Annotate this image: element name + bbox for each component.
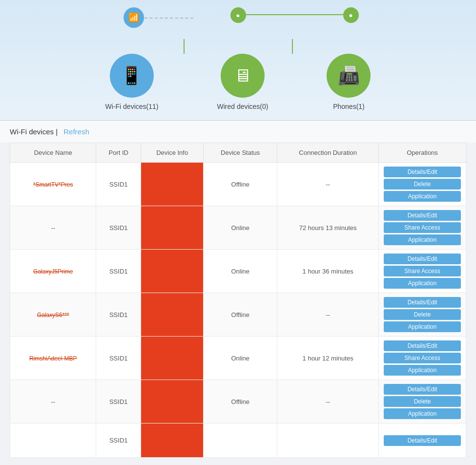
device-name-cell: GalaxyJ5Prime [10, 250, 96, 293]
application-button[interactable]: Application [384, 191, 461, 202]
device-status-cell: Online [204, 206, 277, 250]
device-status-cell: Online [204, 337, 277, 380]
port-id-cell: SSID1 [96, 250, 141, 293]
wired-label: Wired devices(0) [217, 103, 268, 110]
vline-wired [184, 39, 185, 54]
device-name-cell: *SmartTV*Pres [10, 163, 96, 206]
port-id-cell: SSID1 [96, 206, 141, 250]
section-title: Wi-Fi devices [10, 127, 54, 136]
wifi-devices-section-header: Wi-Fi devices | Refresh [0, 121, 476, 143]
device-name-redacted: GalaxyS6*** [37, 312, 69, 318]
connection-duration-cell: -- [277, 293, 379, 337]
device-status-cell [204, 423, 277, 458]
pipe-separator: | [56, 127, 58, 136]
device-info-cell [141, 423, 204, 458]
table-row: GalaxyS6***SSID1 Offline--Details/EditDe… [10, 293, 466, 337]
col-port-id: Port ID [96, 143, 141, 163]
application-button[interactable]: Application [384, 321, 461, 332]
port-id-cell: SSID1 [96, 423, 141, 458]
device-status-cell: Online [204, 250, 277, 293]
col-device-name: Device Name [10, 143, 96, 163]
device-name-cell [10, 423, 96, 458]
wifi-devices-table: Device Name Port ID Device Info Device S… [10, 143, 466, 458]
application-button[interactable]: Application [384, 278, 461, 289]
port-id-cell: SSID1 [96, 380, 141, 423]
delete-button[interactable]: Delete [384, 179, 461, 190]
device-name-cell: -- [10, 206, 96, 250]
device-info-cell [141, 250, 204, 293]
refresh-link[interactable]: Refresh [63, 127, 89, 136]
phones-node-circle: 📠 [327, 54, 371, 98]
device-status-cell: Offline [204, 380, 277, 423]
table-row: --SSID1 Offline--Details/EditDeleteAppli… [10, 380, 466, 423]
device-status-cell: Offline [204, 163, 277, 206]
wifi-top-small-icon: 📶 [124, 7, 144, 28]
table-row: SSID1 Details/Edit [10, 423, 466, 458]
device-info-cell [141, 206, 204, 250]
details-edit-button[interactable]: Details/Edit [384, 167, 461, 177]
connection-duration-cell: -- [277, 380, 379, 423]
port-id-cell: SSID1 [96, 337, 141, 380]
application-button[interactable]: Application [384, 365, 461, 376]
details-edit-button[interactable]: Details/Edit [384, 384, 461, 395]
table-header-row: Device Name Port ID Device Info Device S… [10, 143, 466, 163]
details-edit-button[interactable]: Details/Edit [384, 210, 461, 221]
col-device-info: Device Info [141, 143, 204, 163]
actions-cell: Details/EditShare AccessApplication [379, 206, 466, 250]
wifi-node: 📱 Wi-Fi devices(11) [105, 54, 159, 110]
details-edit-button[interactable]: Details/Edit [384, 254, 461, 264]
share-access-button[interactable]: Share Access [384, 353, 461, 363]
actions-cell: Details/EditShare AccessApplication [379, 337, 466, 380]
application-button[interactable]: Application [384, 234, 461, 245]
share-access-button[interactable]: Share Access [384, 266, 461, 276]
port-id-cell: SSID1 [96, 163, 141, 206]
device-name-redacted: GalaxyJ5Prime [33, 268, 73, 275]
connection-duration-cell: -- [277, 163, 379, 206]
table-row: RimshiAdeel-MBPSSID1 Online1 hour 12 min… [10, 337, 466, 380]
right-top-small-icon: ● [343, 7, 359, 23]
col-device-status: Device Status [204, 143, 277, 163]
actions-cell: Details/EditDeleteApplication [379, 293, 466, 337]
wired-node-circle: 🖥 [221, 54, 265, 98]
wifi-node-circle: 📱 [110, 54, 154, 98]
wifi-label: Wi-Fi devices(11) [105, 103, 159, 110]
device-name-cell: GalaxyS6*** [10, 293, 96, 337]
device-info-cell [141, 293, 204, 337]
phones-node: 📠 Phones(1) [327, 54, 371, 110]
actions-cell: Details/Edit [379, 423, 466, 458]
device-name-redacted: RimshiAdeel-MBP [29, 355, 77, 362]
actions-cell: Details/EditDeleteApplication [379, 163, 466, 206]
wired-node: 🖥 Wired devices(0) [217, 54, 268, 110]
table-row: GalaxyJ5PrimeSSID1 Online1 hour 36 minut… [10, 250, 466, 293]
device-status-cell: Offline [204, 293, 277, 337]
actions-cell: Details/EditShare AccessApplication [379, 250, 466, 293]
device-name-cell: RimshiAdeel-MBP [10, 337, 96, 380]
port-id-cell: SSID1 [96, 293, 141, 337]
connection-duration-cell [277, 423, 379, 458]
device-info-cell [141, 163, 204, 206]
col-connection-duration: Connection Duration [277, 143, 379, 163]
main-nodes-row: 📱 Wi-Fi devices(11) 🖥 Wired devices(0) 📠… [0, 54, 476, 110]
delete-button[interactable]: Delete [384, 396, 461, 407]
phones-label: Phones(1) [333, 103, 365, 110]
connection-duration-cell: 1 hour 36 minutes [277, 250, 379, 293]
connection-duration-cell: 72 hours 13 minutes [277, 206, 379, 250]
col-operations: Operations [379, 143, 466, 163]
table-row: --SSID1 Online72 hours 13 minutesDetails… [10, 206, 466, 250]
vline-phones [292, 39, 293, 54]
network-diagram: 📶 ● ● 📱 Wi-Fi devices(11) 🖥 Wired device… [0, 0, 476, 121]
device-name-cell: -- [10, 380, 96, 423]
center-top-small-icon: ● [230, 7, 246, 23]
device-info-cell [141, 380, 204, 423]
device-info-cell [141, 337, 204, 380]
application-button[interactable]: Application [384, 408, 461, 419]
table-row: *SmartTV*PresSSID1 Offline--Details/Edit… [10, 163, 466, 206]
delete-button[interactable]: Delete [384, 309, 461, 320]
details-edit-button[interactable]: Details/Edit [384, 435, 461, 446]
actions-cell: Details/EditDeleteApplication [379, 380, 466, 423]
connection-duration-cell: 1 hour 12 minutes [277, 337, 379, 380]
details-edit-button[interactable]: Details/Edit [384, 340, 461, 351]
share-access-button[interactable]: Share Access [384, 222, 461, 233]
device-name-redacted: *SmartTV*Pres [33, 181, 73, 188]
details-edit-button[interactable]: Details/Edit [384, 297, 461, 308]
